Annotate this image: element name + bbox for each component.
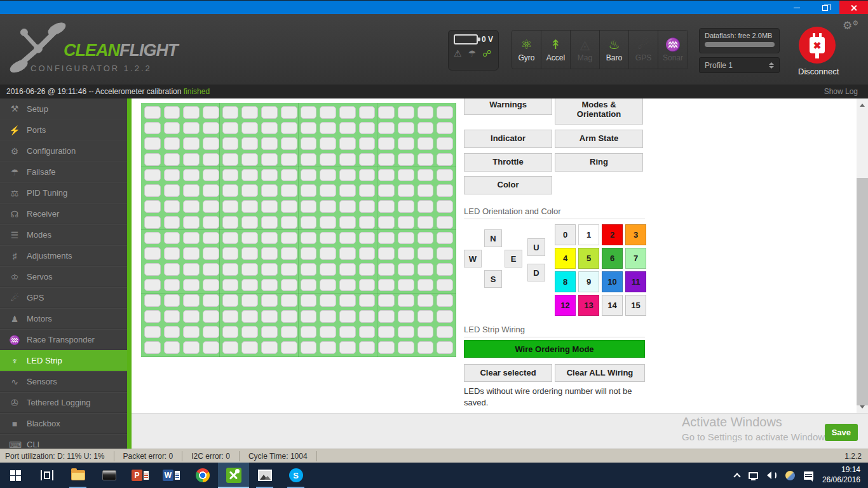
led-cell[interactable]	[378, 122, 395, 135]
led-cell[interactable]	[261, 232, 278, 245]
color-swatch-11[interactable]: 11	[625, 271, 646, 292]
led-cell[interactable]	[222, 106, 239, 119]
led-cell[interactable]	[164, 122, 180, 135]
led-cell[interactable]	[281, 247, 297, 260]
led-cell[interactable]	[281, 137, 297, 150]
led-cell[interactable]	[164, 200, 180, 213]
led-cell[interactable]	[359, 294, 376, 307]
led-cell[interactable]	[261, 341, 278, 354]
led-cell[interactable]	[144, 263, 161, 276]
led-cell[interactable]	[301, 341, 317, 354]
led-cell[interactable]	[398, 294, 414, 307]
led-cell[interactable]	[144, 153, 161, 166]
led-cell[interactable]	[417, 216, 434, 229]
color-swatch-8[interactable]: 8	[555, 271, 576, 292]
led-cell[interactable]	[320, 232, 336, 245]
led-cell[interactable]	[417, 153, 434, 166]
color-swatch-10[interactable]: 10	[602, 271, 623, 292]
led-cell[interactable]	[281, 341, 297, 354]
led-cell[interactable]	[261, 216, 278, 229]
led-cell[interactable]	[417, 106, 434, 119]
led-cell[interactable]	[164, 247, 180, 260]
sidebar-item-led-strip[interactable]: ♆LED Strip	[0, 350, 127, 371]
led-cell[interactable]	[437, 294, 453, 307]
clear-all-wiring-button[interactable]: Clear ALL Wiring	[555, 364, 645, 382]
maximize-button[interactable]	[811, 1, 839, 15]
led-cell[interactable]	[320, 279, 336, 292]
led-cell[interactable]	[164, 106, 180, 119]
direction-e-button[interactable]: E	[505, 250, 522, 268]
led-cell[interactable]	[339, 137, 356, 150]
file-explorer-button[interactable]	[62, 463, 93, 488]
led-cell[interactable]	[398, 137, 414, 150]
led-cell[interactable]	[183, 153, 200, 166]
led-cell[interactable]	[398, 216, 414, 229]
ring-button[interactable]: Ring	[555, 153, 643, 172]
led-cell[interactable]	[437, 310, 453, 323]
task-view-button[interactable]	[31, 463, 62, 488]
onedrive-ball-icon[interactable]	[785, 471, 795, 480]
led-cell[interactable]	[378, 137, 395, 150]
wire-ordering-mode-button[interactable]: Wire Ordering Mode	[464, 340, 645, 358]
led-cell[interactable]	[281, 294, 297, 307]
led-cell[interactable]	[144, 247, 161, 260]
led-cell[interactable]	[320, 294, 336, 307]
led-cell[interactable]	[320, 122, 336, 135]
led-cell[interactable]	[320, 341, 336, 354]
led-cell[interactable]	[144, 122, 161, 135]
led-cell[interactable]	[183, 341, 200, 354]
led-cell[interactable]	[339, 279, 356, 292]
led-cell[interactable]	[144, 200, 161, 213]
led-cell[interactable]	[301, 326, 317, 339]
sidebar-item-receiver[interactable]: ☊Receiver	[0, 203, 127, 224]
led-cell[interactable]	[437, 341, 453, 354]
color-swatch-1[interactable]: 1	[578, 224, 599, 245]
led-cell[interactable]	[203, 232, 219, 245]
led-cell[interactable]	[359, 326, 376, 339]
led-cell[interactable]	[203, 310, 219, 323]
led-cell[interactable]	[261, 184, 278, 197]
led-cell[interactable]	[359, 279, 376, 292]
led-cell[interactable]	[183, 279, 200, 292]
led-cell[interactable]	[241, 137, 258, 150]
direction-u-button[interactable]: U	[527, 238, 545, 256]
led-cell[interactable]	[378, 216, 395, 229]
led-cell[interactable]	[144, 326, 161, 339]
led-cell[interactable]	[417, 341, 434, 354]
led-cell[interactable]	[144, 341, 161, 354]
led-cell[interactable]	[398, 279, 414, 292]
led-cell[interactable]	[301, 137, 317, 150]
led-cell[interactable]	[281, 200, 297, 213]
led-cell[interactable]	[417, 200, 434, 213]
led-cell[interactable]	[164, 137, 180, 150]
sidebar-item-servos[interactable]: ♔Servos	[0, 266, 127, 287]
led-cell[interactable]	[378, 153, 395, 166]
led-cell[interactable]	[281, 184, 297, 197]
led-cell[interactable]	[203, 137, 219, 150]
led-cell[interactable]	[339, 232, 356, 245]
led-cell[interactable]	[281, 169, 297, 182]
led-cell[interactable]	[203, 184, 219, 197]
led-cell[interactable]	[417, 232, 434, 245]
led-cell[interactable]	[359, 137, 376, 150]
photos-button[interactable]	[249, 463, 280, 488]
led-cell[interactable]	[261, 153, 278, 166]
led-cell[interactable]	[398, 122, 414, 135]
led-cell[interactable]	[241, 200, 258, 213]
led-cell[interactable]	[417, 184, 434, 197]
warnings-button[interactable]: Warnings	[464, 98, 552, 115]
led-cell[interactable]	[301, 153, 317, 166]
content-scrollbar[interactable]	[857, 98, 868, 413]
color-swatch-7[interactable]: 7	[625, 248, 646, 269]
led-cell[interactable]	[437, 326, 453, 339]
led-cell[interactable]	[378, 106, 395, 119]
led-cell[interactable]	[301, 216, 317, 229]
led-cell[interactable]	[203, 263, 219, 276]
led-cell[interactable]	[398, 153, 414, 166]
led-cell[interactable]	[183, 216, 200, 229]
led-cell[interactable]	[301, 279, 317, 292]
led-cell[interactable]	[301, 184, 317, 197]
led-cell[interactable]	[359, 232, 376, 245]
led-cell[interactable]	[417, 122, 434, 135]
led-cell[interactable]	[378, 184, 395, 197]
